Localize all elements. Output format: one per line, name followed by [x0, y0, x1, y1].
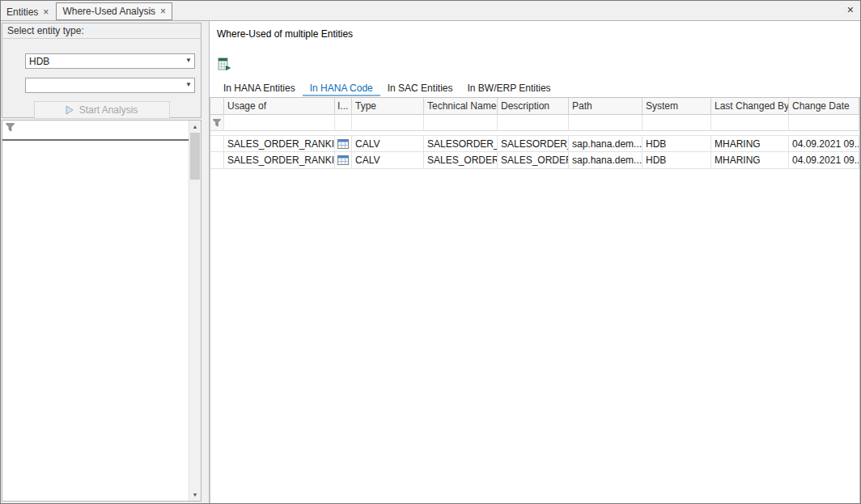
col-header-last-changed-by[interactable]: Last Changed By — [711, 98, 789, 115]
col-header-usage-of[interactable]: Usage of — [224, 98, 335, 115]
scroll-down-icon[interactable]: ▼ — [189, 489, 201, 501]
grid-filter-row — [210, 115, 859, 131]
cell-last-changed-by: MHARING — [711, 152, 789, 169]
entity-list-scrollbar[interactable]: ▲ ▼ — [189, 121, 201, 501]
col-header-type[interactable]: Type — [352, 98, 424, 115]
cell-technical-name: SALESORDER_... — [424, 135, 498, 152]
calculation-view-icon — [335, 152, 352, 169]
where-used-grid: Usage of I... Type Technical Name Descri… — [210, 97, 860, 503]
tab-entities[interactable]: Entities × — [1, 3, 54, 20]
filter-funnel-icon[interactable] — [6, 123, 15, 134]
grid-header-row: Usage of I... Type Technical Name Descri… — [210, 98, 859, 115]
app-window: Entities × Where-Used Analysis × × Selec… — [0, 0, 861, 504]
tab-in-hana-code[interactable]: In HANA Code — [303, 80, 380, 96]
entity-list-header — [2, 121, 189, 141]
cell-type: CALV — [352, 135, 424, 152]
cell-usage-of: SALES_ORDER_RANKING — [224, 135, 335, 152]
col-header-change-date[interactable]: Change Date — [789, 98, 859, 115]
grid-indicator-header — [210, 98, 224, 115]
entity-selection-panel: Select entity type: HDB ▼ ▼ Start Analys… — [1, 21, 203, 503]
start-analysis-button[interactable]: Start Analysis — [34, 101, 170, 119]
filter-funnel-icon[interactable] — [210, 115, 224, 131]
cell-path: sap.hana.dem... — [569, 152, 643, 169]
chevron-down-icon: ▼ — [185, 81, 192, 88]
cell-change-date: 04.09.2021 09... — [789, 135, 859, 152]
filter-input-usage-of[interactable] — [224, 115, 335, 131]
tab-entities-close-icon[interactable]: × — [43, 7, 49, 17]
filter-input-technical-name[interactable] — [424, 115, 498, 131]
select-entity-type-group: Select entity type: HDB ▼ ▼ Start Analys… — [2, 23, 201, 118]
cell-last-changed-by: MHARING — [711, 135, 789, 152]
filter-input-type[interactable] — [352, 115, 424, 131]
cell-system: HDB — [643, 135, 711, 152]
play-icon — [66, 105, 74, 115]
filter-input-description[interactable] — [498, 115, 569, 131]
start-analysis-label: Start Analysis — [79, 104, 138, 116]
where-used-result-panel: Where-Used of multiple Entities In HANA … — [209, 21, 860, 503]
entity-name-select[interactable]: ▼ — [25, 78, 195, 93]
filter-input-last-changed-by[interactable] — [711, 115, 789, 131]
col-header-system[interactable]: System — [643, 98, 711, 115]
export-excel-icon[interactable] — [216, 57, 232, 71]
entity-result-list: ▲ ▼ — [2, 120, 201, 502]
cell-usage-of: SALES_ORDER_RANKING — [224, 152, 335, 169]
document-tab-bar: Entities × Where-Used Analysis × × — [1, 1, 860, 21]
cell-type: CALV — [352, 152, 424, 169]
cell-description: SALESORDER_... — [498, 135, 569, 152]
col-header-path[interactable]: Path — [569, 98, 643, 115]
scroll-up-icon[interactable]: ▲ — [189, 121, 201, 133]
filter-input-icon[interactable] — [335, 115, 352, 131]
tab-where-used-label: Where-Used Analysis — [62, 6, 155, 17]
col-header-icon[interactable]: I... — [335, 98, 352, 115]
panel-title: Where-Used of multiple Entities — [217, 28, 353, 40]
filter-input-path[interactable] — [569, 115, 643, 131]
cell-change-date: 04.09.2021 09... — [789, 152, 859, 169]
col-header-description[interactable]: Description — [498, 98, 569, 115]
tab-where-used-close-icon[interactable]: × — [160, 6, 166, 16]
entity-type-value: HDB — [29, 56, 49, 67]
filter-input-system[interactable] — [643, 115, 711, 131]
close-document-icon[interactable]: × — [847, 4, 854, 15]
row-indicator — [210, 152, 224, 169]
tab-in-bw-erp-entities[interactable]: In BW/ERP Entities — [460, 80, 558, 96]
scrollbar-thumb[interactable] — [190, 133, 200, 180]
tab-in-hana-entities[interactable]: In HANA Entities — [216, 80, 303, 96]
row-indicator — [210, 135, 224, 152]
tab-in-sac-entities[interactable]: In SAC Entities — [380, 80, 460, 96]
table-row[interactable]: SALES_ORDER_RANKING CALV SALESORDER_... … — [210, 135, 859, 152]
group-title: Select entity type: — [2, 23, 201, 39]
cell-system: HDB — [643, 152, 711, 169]
cell-description: SALES_ORDER... — [498, 152, 569, 169]
chevron-down-icon: ▼ — [185, 57, 192, 64]
cell-path: sap.hana.dem... — [569, 135, 643, 152]
cell-technical-name: SALES_ORDER... — [424, 152, 498, 169]
tab-entities-label: Entities — [6, 6, 38, 18]
col-header-technical-name[interactable]: Technical Name — [424, 98, 498, 115]
result-tab-strip: In HANA Entities In HANA Code In SAC Ent… — [216, 80, 854, 96]
filter-input-change-date[interactable] — [789, 115, 859, 131]
entity-type-select[interactable]: HDB ▼ — [25, 53, 195, 69]
table-row[interactable]: SALES_ORDER_RANKING CALV SALES_ORDER... … — [210, 152, 859, 169]
tab-where-used-analysis[interactable]: Where-Used Analysis × — [56, 2, 172, 20]
calculation-view-icon — [335, 135, 352, 152]
